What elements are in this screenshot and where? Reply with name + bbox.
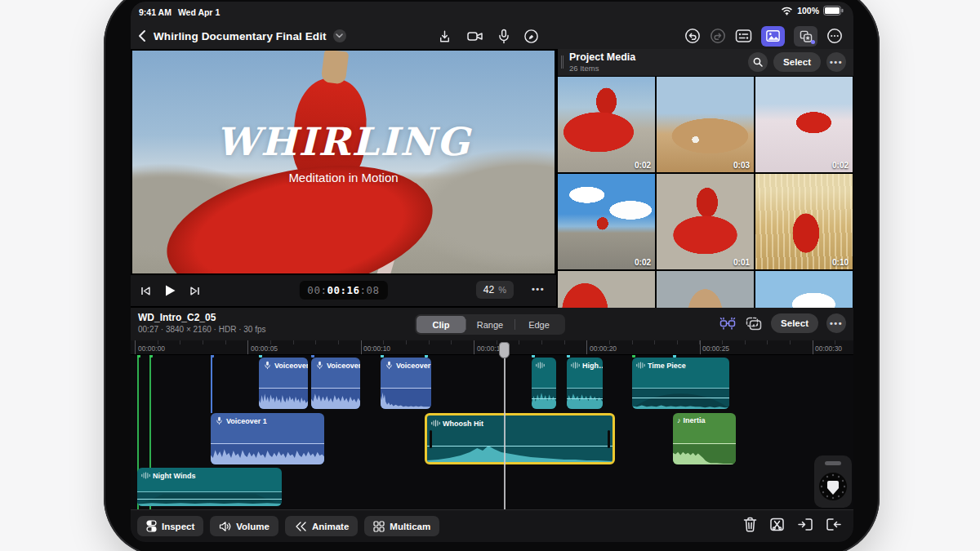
timeline-clip-night-winds[interactable]: Night Winds [137,468,282,506]
project-media-panel: Project Media 26 Items Select ••• 0:02 0… [558,49,853,308]
multicam-label: Multicam [390,522,430,531]
timeline-clip-info: 00:27 · 3840 × 2160 · HDR · 30 fps [138,325,265,334]
playhead-handle[interactable] [499,342,510,358]
skip-to-end-button[interactable] [189,286,200,296]
insert-clip-button[interactable] [797,517,813,532]
volume-button[interactable]: Volume [210,516,278,536]
title-chevron-down-icon[interactable] [333,29,346,42]
redo-button[interactable] [710,28,726,44]
ipad-device-frame: 9:41 AM Wed Apr 1 100% Whirling Document… [104,0,880,551]
viewer-column: WHIRLING Meditation in Motion 00:00:16:0… [131,49,556,308]
clip-label: Time Piece [648,362,686,370]
clip-label: Inertia [684,416,706,424]
magnetic-timeline-icon[interactable] [719,315,737,331]
marker-dot [149,355,153,358]
delete-button[interactable] [743,517,757,532]
overwrite-clip-button[interactable] [826,517,842,532]
clip-duration: 0:02 [635,161,651,170]
media-thumbnail[interactable] [558,271,655,308]
inspector-button[interactable] [735,29,752,43]
timeline-select-button[interactable]: Select [771,313,818,333]
media-more-button[interactable]: ••• [826,52,846,72]
effects-badge [811,40,815,44]
marker-dot [211,355,214,358]
media-thumbnail[interactable]: 0:10 [755,174,853,269]
timeline-ruler[interactable]: 00:00:00 00:00:05 00:00:10 00:00:15 00:0… [131,340,853,355]
timeline-toolbar: Inspect Volume Animate Multicam [131,509,853,542]
search-button[interactable] [748,52,768,72]
media-thumbnail[interactable]: 0:02 [558,77,655,172]
marker-dot [137,355,140,358]
app-screen: 9:41 AM Wed Apr 1 100% Whirling Document… [131,2,853,542]
clip-duration: 0:03 [733,161,750,170]
animate-label: Animate [312,522,349,531]
edit-mode-segmented-control: Clip Range Edge [415,314,565,335]
multicam-button[interactable]: Multicam [364,516,439,536]
jog-wheel[interactable] [814,455,852,508]
undo-button[interactable] [684,28,701,44]
overlay-title-text: WHIRLING [132,119,555,164]
battery-icon [823,6,844,16]
timeline-section: WD_Intro_C2_05 00:27 · 3840 × 2160 · HDR… [131,308,853,542]
video-viewer[interactable]: WHIRLING Meditation in Motion [132,51,555,273]
media-select-button[interactable]: Select [773,52,821,72]
timeline-clip-voiceover3[interactable]: Voiceover 3 [381,358,431,409]
clip-connection-line [211,355,212,413]
media-thumbnail[interactable] [657,271,754,308]
volume-label: Volume [236,522,270,531]
clip-label: Voiceover 2 [274,362,308,370]
mode-clip[interactable]: Clip [416,316,466,333]
timeline-clip-voiceover2b[interactable]: Voiceover 2 [311,358,360,409]
media-browser-button[interactable] [761,26,785,47]
transport-bar: 00:00:16:08 42% ••• [131,275,556,306]
media-thumbnail[interactable]: 0:03 [657,77,754,172]
timeline-clip-name: WD_Intro_C2_05 [138,312,216,323]
record-video-button[interactable] [466,29,484,43]
timeline-clip-time-piece[interactable]: Time Piece [632,358,729,409]
play-button[interactable] [164,284,176,297]
battery-percent: 100% [797,6,819,16]
timeline-clip-sfx-small[interactable] [532,358,556,409]
project-title[interactable]: Whirling Documentary Final Edit [154,30,327,42]
clip-duration: 0:02 [635,258,651,267]
playhead-line[interactable] [504,355,506,509]
pencil-tools-button[interactable] [523,29,539,44]
timeline-clip-high[interactable]: High… [567,358,603,409]
timeline-clip-voiceover2a[interactable]: Voiceover 2 [259,358,308,409]
media-thumbnail[interactable]: 0:02 [558,174,655,269]
blade-button[interactable] [769,517,785,532]
ruler-label: 00:00:10 [363,344,390,353]
ruler-label: 00:00:20 [590,344,617,353]
trim-handle-left[interactable] [430,430,432,448]
mode-edge[interactable]: Edge [514,316,564,333]
inspect-button[interactable]: Inspect [137,516,203,536]
timecode-display[interactable]: 00:00:16:08 [299,281,387,300]
trim-handle-right[interactable] [608,430,610,448]
clip-label: Whoosh Hit [443,420,483,428]
more-options-button[interactable] [826,28,843,44]
media-thumbnail[interactable] [755,271,853,308]
timeline-clip-inertia[interactable]: ♪Inertia [673,413,736,464]
viewer-more-button[interactable]: ••• [532,284,545,294]
media-thumbnail[interactable]: 0:01 [657,174,754,269]
timeline-clip-voiceover1[interactable]: Voiceover 1 [211,413,324,464]
record-voiceover-button[interactable] [498,29,510,44]
skip-to-start-button[interactable] [140,286,151,296]
ruler-label: 00:00:25 [702,344,729,353]
timecode-hours: 00: [307,284,327,296]
import-media-button[interactable] [437,29,452,44]
animate-button[interactable]: Animate [285,516,358,536]
timecode-seconds: 00:16 [327,284,359,296]
timeline-tracks[interactable]: Voiceover 2 Voiceover 2 Voiceover 3 High… [131,355,853,509]
effects-browser-button[interactable] [794,26,817,47]
media-panel-count: 26 Items [569,64,635,73]
panel-drag-handle[interactable] [561,56,564,69]
timeline-more-button[interactable]: ••• [826,313,846,333]
media-thumbnail[interactable]: 0:02 [755,77,853,172]
connect-clip-icon[interactable] [745,316,763,331]
inspect-label: Inspect [162,522,194,531]
viewer-zoom-button[interactable]: 42% [476,281,514,299]
timeline-clip-whoosh-hit[interactable]: Whoosh Hit [425,413,615,464]
back-button[interactable] [137,29,147,42]
mode-range[interactable]: Range [466,316,514,333]
